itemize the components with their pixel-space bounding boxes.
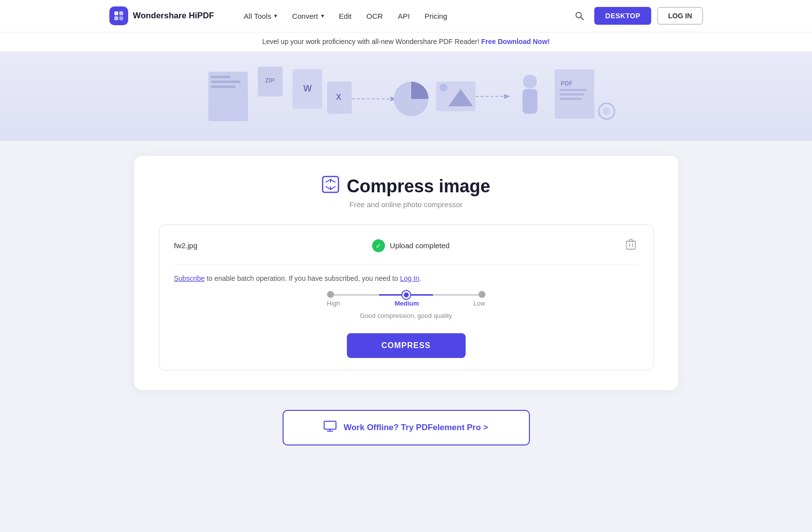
logo-icon bbox=[109, 6, 128, 25]
subscribe-link[interactable]: Subscribe bbox=[174, 274, 205, 282]
svg-point-24 bbox=[523, 75, 537, 89]
nav-link-alltools[interactable]: All Tools bbox=[238, 8, 284, 24]
promo-banner: Level up your work proficiency with all-… bbox=[0, 32, 812, 52]
compress-button[interactable]: COMPRESS bbox=[347, 333, 466, 358]
tool-subtitle: Free and online photo compressor bbox=[159, 200, 654, 209]
hero-section: ZIP W X PDF bbox=[0, 52, 812, 141]
upload-status: ✓ Upload completed bbox=[372, 239, 450, 252]
file-row: fw2.jpg ✓ Upload completed bbox=[174, 237, 638, 254]
svg-text:W: W bbox=[303, 84, 312, 93]
svg-rect-28 bbox=[560, 89, 587, 91]
logo[interactable]: Wondershare HiPDF bbox=[109, 6, 214, 25]
hero-illustration: ZIP W X PDF bbox=[0, 52, 812, 141]
svg-rect-29 bbox=[560, 93, 584, 95]
monitor-icon bbox=[324, 421, 336, 435]
svg-point-32 bbox=[603, 107, 611, 115]
svg-rect-0 bbox=[114, 11, 118, 15]
quality-label-high: High bbox=[327, 300, 340, 307]
main-content: Compress image Free and online photo com… bbox=[109, 141, 703, 475]
slider-dots bbox=[327, 291, 485, 299]
slider-dot-medium[interactable] bbox=[402, 291, 410, 299]
svg-rect-40 bbox=[324, 421, 336, 429]
svg-rect-30 bbox=[560, 98, 582, 100]
nav-link-edit[interactable]: Edit bbox=[333, 8, 358, 24]
tool-title: Compress image bbox=[347, 176, 490, 196]
quality-slider-track[interactable] bbox=[327, 294, 485, 296]
svg-rect-36 bbox=[626, 241, 635, 249]
banner-text: Level up your work proficiency with all-… bbox=[262, 38, 479, 45]
tool-card: Compress image Free and online photo com… bbox=[134, 156, 678, 390]
login-button[interactable]: LOG IN bbox=[657, 7, 703, 25]
svg-text:X: X bbox=[336, 93, 341, 101]
svg-point-4 bbox=[576, 12, 581, 18]
slider-dot-low[interactable] bbox=[478, 291, 485, 298]
svg-marker-23 bbox=[504, 94, 510, 99]
svg-rect-33 bbox=[323, 177, 338, 192]
slider-track bbox=[327, 294, 485, 296]
quality-label-medium: Medium bbox=[394, 300, 419, 307]
tool-title-area: Compress image Free and online photo com… bbox=[159, 176, 654, 209]
nav-link-convert[interactable]: Convert bbox=[286, 8, 330, 24]
nav-links: All Tools Convert Edit OCR API Pricing bbox=[238, 8, 555, 24]
svg-rect-3 bbox=[119, 16, 123, 20]
offline-cta-text: Work Offline? Try PDFelement Pro > bbox=[343, 423, 488, 433]
banner-link[interactable]: Free Download Now! bbox=[481, 38, 550, 45]
delete-file-button[interactable] bbox=[624, 237, 638, 254]
nav-link-ocr[interactable]: OCR bbox=[361, 8, 389, 24]
slider-dot-high[interactable] bbox=[327, 291, 334, 298]
desktop-button[interactable]: DESKTOP bbox=[594, 7, 651, 25]
nav-link-pricing[interactable]: Pricing bbox=[419, 8, 453, 24]
svg-line-5 bbox=[581, 17, 583, 20]
offline-cta[interactable]: Work Offline? Try PDFelement Pro > bbox=[283, 410, 530, 445]
upload-container: fw2.jpg ✓ Upload completed bbox=[159, 224, 654, 370]
svg-point-21 bbox=[439, 84, 447, 91]
upload-status-text: Upload completed bbox=[390, 241, 450, 250]
navbar: Wondershare HiPDF All Tools Convert Edit… bbox=[0, 0, 812, 32]
compress-icon bbox=[322, 176, 339, 197]
quality-description: Good compression, good quality bbox=[360, 312, 452, 319]
subscribe-text: to enable batch operation. If you have s… bbox=[207, 274, 400, 282]
svg-rect-1 bbox=[119, 11, 123, 15]
search-icon[interactable] bbox=[571, 7, 588, 25]
quality-slider-area: High Medium Low Good compression, good q… bbox=[174, 294, 638, 319]
logo-text: Wondershare HiPDF bbox=[133, 11, 214, 21]
svg-rect-25 bbox=[523, 89, 537, 114]
check-circle-icon: ✓ bbox=[372, 239, 385, 252]
slider-labels: High Medium Low bbox=[327, 300, 485, 307]
svg-rect-2 bbox=[114, 16, 118, 20]
svg-rect-9 bbox=[211, 86, 236, 88]
divider bbox=[174, 264, 638, 265]
svg-text:ZIP: ZIP bbox=[265, 77, 275, 84]
nav-link-api[interactable]: API bbox=[392, 8, 416, 24]
file-name: fw2.jpg bbox=[174, 241, 198, 250]
svg-rect-8 bbox=[211, 81, 240, 83]
quality-label-low: Low bbox=[474, 300, 485, 307]
login-link[interactable]: Log In bbox=[400, 274, 419, 282]
svg-text:PDF: PDF bbox=[561, 80, 573, 87]
nav-actions: DESKTOP LOG IN bbox=[571, 7, 703, 25]
svg-rect-7 bbox=[211, 76, 231, 78]
subscribe-row: Subscribe to enable batch operation. If … bbox=[174, 274, 638, 282]
svg-rect-6 bbox=[208, 72, 248, 121]
